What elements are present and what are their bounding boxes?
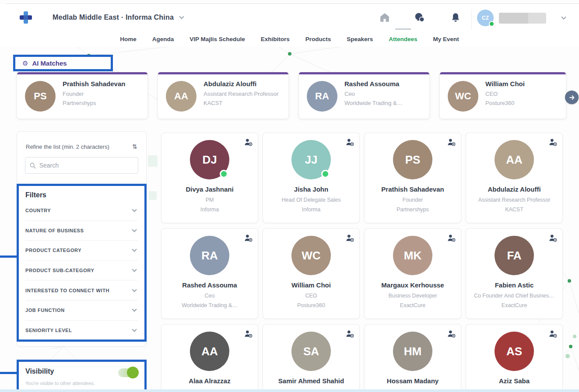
add-person-icon[interactable] (548, 234, 557, 242)
add-person-icon[interactable] (447, 234, 456, 242)
chevron-down-icon (132, 327, 137, 332)
app-header: Medlab Middle East · Informa China CZ (0, 4, 579, 31)
filter-seniority-level[interactable]: SENIORITY LEVEL (25, 321, 138, 341)
visibility-panel: Visibility You're visible to other atten… (17, 360, 147, 392)
ai-gear-icon: ⚙ (22, 60, 28, 66)
attendee-card[interactable]: SA Samir Ahmed Shahid Partner (263, 324, 360, 392)
chat-icon[interactable] (414, 12, 425, 23)
attendee-card[interactable]: AS Aziz Saba Business Development (466, 324, 563, 392)
chevron-down-icon (179, 14, 184, 19)
avatar: SA (291, 332, 331, 371)
attendee-company: Worldwide Trading &… (161, 302, 258, 308)
search-icon (30, 162, 36, 169)
tab-products[interactable]: Products (305, 36, 331, 42)
search-input[interactable] (39, 162, 133, 169)
add-person-icon[interactable] (345, 234, 354, 242)
chevron-down-icon (132, 307, 137, 312)
filters-panel: Filters COUNTRY NATURE OF BUSINESS PRODU… (17, 184, 147, 342)
attendee-name: Divya Jashnani (161, 186, 258, 193)
tab-home[interactable]: Home (120, 36, 137, 42)
refine-label: Refine the list (min. 2 characters) (26, 144, 109, 150)
home-icon[interactable] (379, 12, 390, 23)
attendee-card[interactable]: MK Margaux Kerhousse Business Developer … (364, 228, 461, 319)
attendee-card[interactable]: FA Fabien Astic Co Founder And Chief Bus… (466, 228, 563, 319)
attendee-company: ExactCure (466, 302, 562, 308)
tab-agenda[interactable]: Agenda (152, 36, 174, 42)
event-navbar: Home Agenda VIP Majlis Schedule Exhibito… (0, 31, 579, 47)
add-person-icon[interactable] (244, 138, 253, 147)
add-person-icon[interactable] (548, 329, 557, 338)
presence-dot (321, 170, 330, 178)
attendee-company: Posture360 (263, 302, 359, 308)
presence-dot (220, 170, 228, 178)
match-name: Abdulaziz Alouffi (204, 80, 282, 88)
attendee-company: Informa (161, 206, 258, 213)
add-person-icon[interactable] (447, 329, 456, 338)
attendee-company: ExactCure (365, 302, 461, 308)
user-name-redacted (499, 13, 546, 24)
chevron-down-icon (132, 227, 137, 232)
ai-matches-button[interactable]: ⚙ AI Matches (13, 55, 113, 71)
avatar: WC (291, 236, 331, 275)
attendee-card[interactable]: RA Rashed Assouma Ceo Worldwide Trading … (161, 228, 258, 319)
attendee-name: Jisha John (263, 186, 359, 193)
carousel-next-button[interactable] (565, 91, 579, 104)
match-title: Ceo (344, 91, 423, 97)
annotation-callout-line (0, 256, 17, 258)
add-person-icon[interactable] (548, 138, 557, 147)
attendee-company: KACST (466, 206, 562, 213)
attendee-name: Hossam Madany (365, 377, 461, 385)
attendee-name: Alaa Alrazzaz (161, 377, 258, 385)
attendee-name: Abdulaziz Alouffi (466, 186, 562, 193)
match-card[interactable]: AA Abdulaziz Alouffi Assistant Research … (158, 72, 289, 119)
add-person-icon[interactable] (447, 138, 456, 147)
attendee-card[interactable]: JJ Jisha John Head Of Delegate Sales Inf… (263, 133, 360, 223)
filter-product-category[interactable]: PRODUCT CATEGORY (25, 241, 138, 261)
event-switcher[interactable]: Medlab Middle East · Informa China (53, 4, 183, 31)
chevron-down-icon (561, 14, 566, 19)
attendees-page: Medlab Middle East · Informa China CZ (0, 0, 579, 392)
user-menu[interactable]: CZ (477, 10, 565, 26)
bottom-edge-strip (0, 389, 579, 392)
visibility-toggle[interactable] (118, 368, 137, 377)
bell-icon[interactable] (450, 12, 461, 23)
ai-matches-label: AI Matches (32, 60, 67, 67)
search-box (25, 157, 138, 174)
attendee-card[interactable]: WC William Choi CEO Posture360 (263, 228, 360, 319)
add-person-icon[interactable] (345, 329, 354, 338)
match-card[interactable]: PS Prathish Sahadevan Founder Partnershy… (17, 72, 148, 119)
tab-vip-majlis-schedule[interactable]: VIP Majlis Schedule (189, 36, 245, 42)
attendee-title: CEO (263, 293, 359, 299)
attendee-card[interactable]: PS Prathish Sahadevan Founder Partnershy… (364, 133, 461, 223)
attendee-name: William Choi (263, 281, 359, 289)
attendee-card[interactable]: AA Alaa Alrazzaz Business Development (161, 324, 258, 392)
sort-icon[interactable]: ⇅ (132, 143, 137, 150)
tab-my-event[interactable]: My Event (433, 36, 459, 42)
add-person-icon[interactable] (244, 329, 253, 338)
filter-nature-of-business[interactable]: NATURE OF BUSINESS (25, 221, 138, 241)
filter-interested-to-connect-with[interactable]: INTERESTED TO CONNECT WITH (25, 280, 138, 301)
match-title: Assistant Research Professor (204, 91, 282, 97)
filter-country[interactable]: COUNTRY (25, 201, 138, 221)
attendee-card[interactable]: HM Hossam Madany ODC IDC Consultant (364, 324, 461, 392)
attendee-title: Founder (365, 197, 461, 203)
avatar: AA (166, 81, 197, 112)
attendee-title: PM (161, 197, 258, 203)
tab-speakers[interactable]: Speakers (347, 36, 373, 42)
match-title: Founder (63, 91, 141, 97)
add-person-icon[interactable] (244, 234, 253, 242)
match-card[interactable]: RA Rashed Assouma Ceo Worldwide Trading … (298, 72, 430, 119)
attendee-name: Rashed Assouma (161, 281, 258, 289)
tab-attendees[interactable]: Attendees (389, 36, 417, 42)
attendee-card[interactable]: DJ Divya Jashnani PM Informa (161, 133, 258, 223)
attendee-card[interactable]: AA Abdulaziz Alouffi Assistant Research … (466, 133, 563, 223)
attendee-company: Informa (263, 206, 359, 213)
avatar: AA (495, 140, 534, 179)
tab-exhibitors[interactable]: Exhibitors (261, 36, 290, 42)
attendee-name: Samir Ahmed Shahid (263, 377, 359, 385)
filter-job-function[interactable]: JOB FUNCTION (25, 301, 138, 321)
add-person-icon[interactable] (345, 138, 354, 147)
match-card[interactable]: WC William Choi CEO Posture360 (439, 72, 566, 119)
avatar: MK (393, 236, 432, 275)
filter-product-sub-category[interactable]: PRODUCT SUB-CATEGORY (25, 261, 138, 281)
